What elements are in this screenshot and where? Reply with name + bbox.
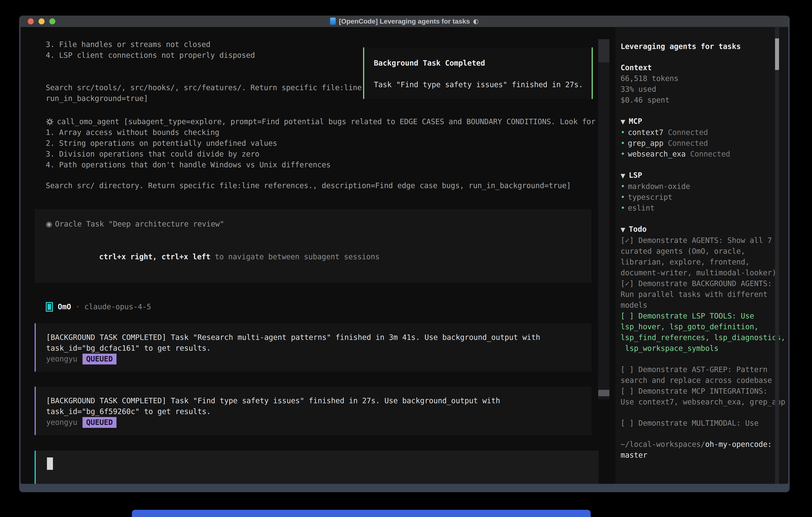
- agent-header: OmO · claude-opus-4-5: [35, 301, 591, 312]
- todo-item: [ ] Demonstrate AST-GREP: Pattern search…: [620, 364, 786, 386]
- tool-call-tail: Search src/ directory. Return specific f…: [35, 180, 591, 191]
- tool-call-text: call_omo_agent [subagent_type=explore, p…: [57, 116, 596, 127]
- app-version: 1.0.163: [717, 483, 752, 484]
- main-scrollbar-thumb-top[interactable]: [598, 39, 609, 62]
- shortcut-desc: to navigate between subagent sessions: [210, 252, 379, 261]
- todo-header-label: Todo: [629, 225, 646, 234]
- mcp-section: ▼MCP •context7 Connected •grep_app Conne…: [620, 116, 786, 160]
- lsp-header[interactable]: ▼LSP: [620, 170, 786, 181]
- notification-body: Task "Find type safety issues" finished …: [374, 79, 582, 90]
- chevron-down-icon: ▼: [620, 226, 625, 233]
- context-spent: $0.46 spent: [620, 95, 786, 106]
- notification-popup: Background Task Completed Task "Find typ…: [363, 47, 593, 99]
- sidebar-scrollbar-thumb[interactable]: [775, 38, 779, 70]
- mcp-item: •grep_app Connected: [620, 138, 786, 149]
- chevron-down-icon: ▼: [620, 118, 625, 125]
- task-line-1: [BACKGROUND TASK COMPLETED] Task "Find t…: [46, 396, 581, 406]
- sidebar-scrollbar[interactable]: [775, 27, 779, 484]
- lsp-item: •typescript: [620, 192, 786, 203]
- gear-icon: [46, 118, 54, 126]
- task-author: yeongyu: [46, 354, 77, 364]
- mcp-header-label: MCP: [629, 117, 642, 126]
- todo-header[interactable]: ▼Todo: [620, 224, 786, 235]
- mcp-item: •context7 Connected: [620, 127, 786, 138]
- tool-call-item: 2. String operations on potentially unde…: [35, 138, 591, 149]
- task-line-1: [BACKGROUND TASK COMPLETED] Task "Resear…: [46, 332, 581, 343]
- terminal-pane: 3. File handles or streams not closed 4.…: [21, 27, 615, 484]
- bullet-icon: •: [674, 483, 678, 484]
- notification-title: Background Task Completed: [374, 58, 582, 69]
- app-window: [OpenCode] Leveraging agents for tasks ◐…: [19, 16, 790, 492]
- task-meta-row: yeongyu QUEUED: [46, 354, 581, 364]
- window-body: [OpenCode] Leveraging agents for tasks ◐…: [21, 16, 788, 484]
- lsp-section: ▼LSP •markdown-oxide •typescript •eslint: [620, 170, 786, 214]
- context-section: Context 66,518 tokens 33% used $0.46 spe…: [620, 62, 786, 106]
- bullet-icon: •: [620, 182, 625, 191]
- lsp-name: typescript: [628, 193, 672, 201]
- target-icon: ◉: [46, 220, 52, 228]
- agent-square-icon: [46, 302, 53, 312]
- task-line-2: task_id="bg_6f59260c" to get results.: [46, 406, 581, 417]
- lsp-header-label: LSP: [629, 171, 642, 180]
- todo-item: [ ] Demonstrate MCP INTEGRATIONS: Use co…: [620, 386, 786, 407]
- main-scrollbar-thumb-bottom[interactable]: [598, 390, 609, 396]
- main-scrollbar[interactable]: [598, 39, 609, 400]
- oracle-task-text: Oracle Task "Deep architecture review": [55, 220, 224, 228]
- text-cursor: [47, 457, 53, 470]
- tool-call-line: call_omo_agent [subagent_type=explore, p…: [35, 116, 591, 127]
- content-area: 3. File handles or streams not closed 4.…: [21, 27, 788, 484]
- mcp-item: •websearch_exa Connected: [620, 149, 786, 160]
- task-meta-row: yeongyu QUEUED: [46, 417, 581, 428]
- tool-call-item: 1. Array access without bounds checking: [35, 127, 591, 138]
- sidebar: Leveraging agents for tasks Context 66,5…: [615, 27, 788, 484]
- cursor-row: [47, 457, 587, 473]
- agent-model: claude-opus-4-5: [84, 301, 151, 312]
- todo-item: [✓] Demonstrate BACKGROUND AGENTS: Run p…: [620, 278, 786, 311]
- lsp-item: •markdown-oxide: [620, 181, 786, 192]
- todo-section: ▼Todo [✓] Demonstrate AGENTS: Show all 7…: [620, 224, 786, 429]
- oracle-task-title: ◉Oracle Task "Deep architecture review": [46, 219, 580, 229]
- tool-call-item: 3. Division operations that could divide…: [35, 149, 591, 160]
- window-title-group: [OpenCode] Leveraging agents for tasks ◐: [330, 16, 479, 27]
- context-header: Context: [620, 62, 786, 73]
- todo-item: [ ] Demonstrate MULTIMODAL: Use: [620, 418, 786, 429]
- mcp-header[interactable]: ▼MCP: [620, 116, 786, 127]
- todo-item: [✓] Demonstrate AGENTS: Show all 7 curat…: [620, 235, 786, 278]
- agent-name: OmO: [58, 301, 71, 312]
- traffic-lights: [28, 19, 55, 24]
- workspace-path-prefix: ~/local-workspaces/: [620, 440, 705, 448]
- chevron-down-icon: ▼: [620, 172, 625, 179]
- task-author: yeongyu: [46, 417, 77, 428]
- version-row: •OpenCode 1.0.163: [620, 471, 786, 484]
- lsp-item: •eslint: [620, 203, 786, 214]
- shortcut-keys: ctrl+x right, ctrl+x left: [99, 252, 210, 261]
- half-circle-icon: ◐: [473, 16, 479, 27]
- background-window-strip: [132, 510, 590, 517]
- bullet-icon: •: [620, 139, 625, 147]
- context-used: 33% used: [620, 84, 786, 95]
- git-branch: master: [620, 450, 786, 461]
- bullet-icon: •: [620, 150, 625, 158]
- app-name-bold: Code: [699, 483, 717, 484]
- mcp-status: Connected: [668, 128, 708, 137]
- window-title: [OpenCode] Leveraging agents for tasks: [339, 16, 470, 27]
- mcp-name: context7: [628, 128, 663, 137]
- bullet-icon: •: [620, 193, 625, 201]
- prompt-input[interactable]: OmO Opus 4.5 Anthropic: [35, 451, 599, 484]
- separator-dot: ·: [76, 301, 80, 312]
- workspace-path-name: oh-my-opencode:: [705, 440, 772, 448]
- close-button[interactable]: [28, 19, 34, 24]
- app-name-dim: Open: [681, 483, 699, 484]
- subagent-nav-hint: ctrl+x right, ctrl+x left to navigate be…: [46, 241, 580, 273]
- tool-call-item: 4. Path operations that don't handle Win…: [35, 160, 591, 170]
- minimize-button[interactable]: [38, 19, 45, 24]
- queued-badge: QUEUED: [83, 354, 116, 364]
- mcp-status: Connected: [668, 139, 708, 147]
- bullet-icon: •: [620, 204, 625, 212]
- background-task-card: [BACKGROUND TASK COMPLETED] Task "Find t…: [35, 387, 591, 435]
- context-tokens: 66,518 tokens: [620, 73, 786, 84]
- todo-item: [ ] Demonstrate LSP TOOLS: Use lsp_hover…: [620, 311, 786, 354]
- titlebar: [OpenCode] Leveraging agents for tasks ◐: [21, 16, 788, 27]
- zoom-button[interactable]: [49, 19, 55, 24]
- mcp-name: websearch_exa: [628, 150, 686, 158]
